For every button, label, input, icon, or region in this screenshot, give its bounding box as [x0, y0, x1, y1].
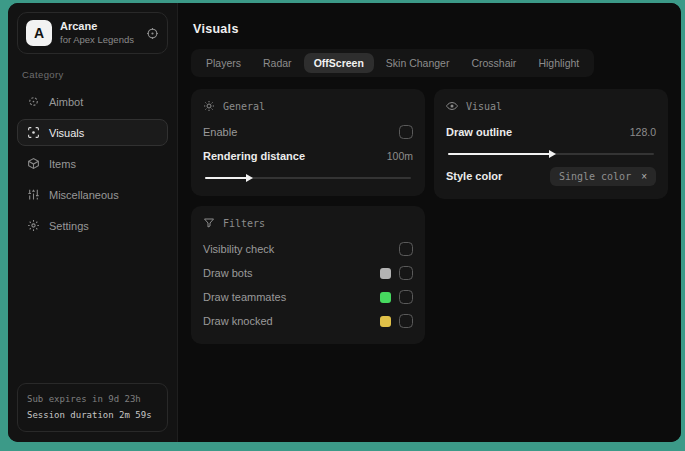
draw-teammates-color-swatch[interactable]: [380, 292, 391, 303]
visibility-check-label: Visibility check: [203, 243, 274, 255]
enable-label: Enable: [203, 126, 237, 138]
crosshair-icon: [27, 95, 40, 108]
rendering-distance-row: Rendering distance 100m: [203, 145, 413, 167]
sidebar-item-miscellaneous[interactable]: Miscellaneous: [17, 181, 168, 208]
general-panel: General Enable Rendering distance 100m: [191, 89, 425, 196]
draw-knocked-row: Draw knocked: [203, 310, 413, 332]
tab-bar: Players Radar OffScreen Skin Changer Cro…: [191, 49, 594, 77]
tab-skin-changer[interactable]: Skin Changer: [376, 53, 460, 73]
sidebar-item-label: Aimbot: [49, 96, 83, 108]
enable-row: Enable: [203, 121, 413, 143]
draw-outline-slider[interactable]: [448, 153, 654, 155]
box-icon: [27, 157, 40, 170]
sidebar-item-label: Items: [49, 158, 76, 170]
tab-players[interactable]: Players: [196, 53, 251, 73]
funnel-icon: [203, 217, 215, 229]
style-color-label: Style color: [446, 170, 502, 182]
visual-panel: Visual Draw outline 128.0 Style color: [434, 89, 668, 199]
style-color-row: Style color Single color ×: [446, 165, 656, 187]
sidebar-nav: Aimbot Visuals Items: [17, 88, 168, 239]
app-name: Arcane: [60, 20, 138, 34]
draw-bots-checkbox[interactable]: [399, 266, 413, 280]
sidebar: A Arcane for Apex Legends Category: [8, 3, 178, 442]
draw-teammates-label: Draw teammates: [203, 291, 286, 303]
style-color-chip-label: Single color: [559, 171, 631, 182]
draw-knocked-color-swatch[interactable]: [380, 316, 391, 327]
filters-panel-header: Filters: [203, 217, 413, 229]
sidebar-item-visuals[interactable]: Visuals: [17, 119, 168, 146]
draw-knocked-checkbox[interactable]: [399, 314, 413, 328]
draw-outline-value: 128.0: [630, 126, 656, 138]
session-duration-text: Session duration 2m 59s: [27, 408, 158, 423]
sidebar-item-aimbot[interactable]: Aimbot: [17, 88, 168, 115]
draw-outline-row: Draw outline 128.0: [446, 121, 656, 143]
filters-panel: Filters Visibility check Draw bots: [191, 206, 425, 344]
sidebar-item-settings[interactable]: Settings: [17, 212, 168, 239]
slider-thumb[interactable]: [246, 174, 253, 182]
tab-radar[interactable]: Radar: [253, 53, 302, 73]
target-icon[interactable]: [146, 27, 159, 40]
slider-thumb[interactable]: [549, 150, 556, 158]
subscription-card: Sub expires in 9d 23h Session duration 2…: [17, 383, 168, 432]
right-column: Visual Draw outline 128.0 Style color: [434, 89, 668, 199]
enable-checkbox[interactable]: [399, 125, 413, 139]
visual-panel-header: Visual: [446, 100, 656, 112]
visibility-check-checkbox[interactable]: [399, 242, 413, 256]
rendering-distance-value: 100m: [387, 150, 413, 162]
draw-teammates-row: Draw teammates: [203, 286, 413, 308]
tab-offscreen[interactable]: OffScreen: [304, 53, 374, 73]
draw-outline-label: Draw outline: [446, 126, 512, 138]
visibility-check-row: Visibility check: [203, 238, 413, 260]
draw-knocked-label: Draw knocked: [203, 315, 273, 327]
sub-expires-text: Sub expires in 9d 23h: [27, 392, 158, 407]
general-panel-header: General: [203, 100, 413, 112]
chip-close-icon[interactable]: ×: [641, 171, 647, 182]
brand-text: Arcane for Apex Legends: [60, 20, 138, 46]
sliders-icon: [27, 188, 40, 201]
left-column: General Enable Rendering distance 100m: [191, 89, 425, 344]
style-color-select[interactable]: Single color ×: [550, 167, 656, 186]
page-title: Visuals: [193, 22, 668, 36]
draw-bots-row: Draw bots: [203, 262, 413, 284]
sidebar-item-label: Visuals: [49, 127, 84, 139]
main-area: Visuals Players Radar OffScreen Skin Cha…: [178, 3, 681, 442]
draw-bots-label: Draw bots: [203, 267, 253, 279]
general-panel-title: General: [223, 101, 265, 112]
app-subtitle: for Apex Legends: [60, 34, 138, 46]
app-window: A Arcane for Apex Legends Category: [8, 3, 681, 442]
sun-gear-icon: [203, 100, 215, 112]
filters-panel-title: Filters: [223, 218, 265, 229]
draw-teammates-checkbox[interactable]: [399, 290, 413, 304]
content-grid: General Enable Rendering distance 100m: [191, 89, 668, 344]
gear-icon: [27, 219, 40, 232]
rendering-distance-slider[interactable]: [205, 177, 411, 179]
sidebar-item-label: Settings: [49, 220, 89, 232]
brand-card: A Arcane for Apex Legends: [17, 12, 168, 54]
eye-scan-icon: [27, 126, 40, 139]
visual-panel-title: Visual: [466, 101, 502, 112]
eye-icon: [446, 100, 458, 112]
category-label: Category: [22, 69, 163, 80]
draw-bots-color-swatch[interactable]: [380, 268, 391, 279]
tab-crosshair[interactable]: Crosshair: [461, 53, 526, 73]
tab-highlight[interactable]: Highlight: [528, 53, 589, 73]
app-logo: A: [26, 20, 52, 46]
sidebar-item-items[interactable]: Items: [17, 150, 168, 177]
sidebar-item-label: Miscellaneous: [49, 189, 119, 201]
rendering-distance-label: Rendering distance: [203, 150, 305, 162]
